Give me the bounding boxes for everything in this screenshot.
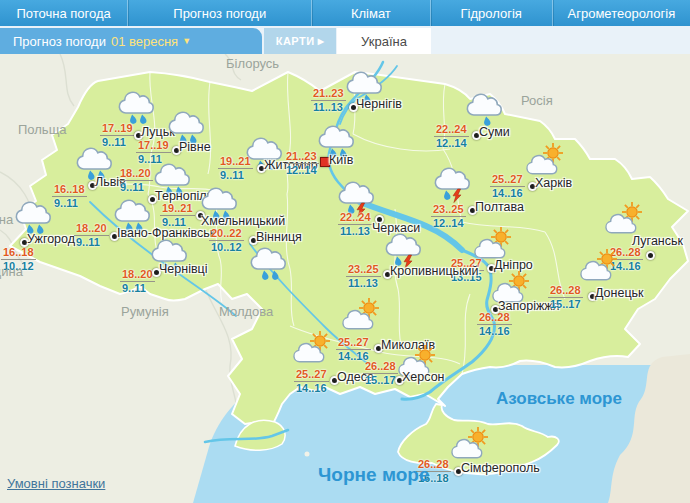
city-label-13[interactable]: Суми (479, 125, 510, 139)
temperature-range: 22..2412..14 (434, 123, 469, 149)
temp-high: 18..20 (120, 268, 155, 282)
temperature-range: 18..209..11 (120, 268, 155, 294)
top-navigation: Поточна погодаПрогноз погодиКліматГідрол… (0, 0, 690, 26)
temp-low: 12..14 (284, 164, 319, 176)
temp-low: 9..11 (74, 236, 109, 248)
arrow-right-icon: ▶ (318, 37, 325, 46)
rain-cloud-light-icon (464, 88, 508, 130)
temp-high: 25..27 (336, 336, 371, 350)
temp-high: 17..19 (136, 139, 171, 153)
temp-high: 18..20 (74, 222, 109, 236)
temperature-range: 26..2814..16 (477, 311, 512, 337)
sun-cloud-icon (450, 424, 494, 466)
temperature-range: 22..2411..13 (338, 211, 373, 237)
nav-item-3[interactable]: Клімат (311, 0, 429, 26)
temperature-range: 21..2312..14 (284, 150, 319, 176)
temperature-range: 18..209..11 (74, 222, 109, 248)
rain-cloud-icon (248, 242, 292, 284)
temp-high: 23..25 (431, 203, 466, 217)
city-label-14[interactable]: Харків (535, 176, 572, 190)
temperature-range: 23..2511..13 (346, 263, 381, 289)
weather-map[interactable]: 17..199..11Луцьк17..199..11Рівне16..189.… (0, 54, 690, 503)
temp-high: 26..28 (416, 458, 451, 472)
temp-low: 9..11 (120, 282, 155, 294)
temp-high: 20..22 (209, 227, 244, 241)
temp-low: 14..16 (294, 382, 329, 394)
thunderstorm-icon (432, 162, 476, 204)
temperature-range: 16..189..11 (52, 183, 87, 209)
city-label-2[interactable]: Рівне (179, 140, 211, 154)
temp-low: 9..11 (118, 181, 153, 193)
temp-low: 9..11 (218, 169, 253, 181)
maps-tab-label: КАРТИ (276, 35, 315, 47)
sun-cloud-icon (341, 295, 385, 337)
temp-low: 12..14 (434, 137, 469, 149)
temperature-range: 26..2815..17 (548, 284, 583, 310)
city-label-11[interactable]: Київ (329, 153, 353, 167)
nav-item-5[interactable]: Агрометеорологія (552, 0, 690, 26)
temp-low: 15..17 (363, 374, 398, 386)
ukraine-tab-label: Україна (361, 34, 407, 49)
city-label-15[interactable]: Полтава (475, 200, 524, 214)
temp-low: 11..13 (311, 101, 346, 113)
temperature-range: 25..2714..16 (490, 173, 525, 199)
temp-low: 10..12 (209, 241, 244, 253)
temperature-range: 26..2815..17 (363, 360, 398, 386)
temperature-range: 25..2714..16 (336, 336, 371, 362)
temperature-range: 18..209..11 (118, 167, 153, 193)
temp-high: 16..18 (1, 246, 36, 260)
tab-ukraine[interactable]: Україна (337, 28, 431, 54)
nav-item-2[interactable]: Прогноз погоди (127, 0, 311, 26)
temp-low: 16..18 (416, 472, 451, 484)
temp-low: 12..14 (431, 217, 466, 229)
temp-high: 25..27 (490, 173, 525, 187)
city-label-21[interactable]: Кропивницький (390, 264, 479, 278)
temp-high: 16..18 (52, 183, 87, 197)
forecast-tab-label: Прогноз погоди (13, 34, 106, 49)
island-dot (305, 452, 310, 457)
city-label-19[interactable]: Донецьк (595, 286, 644, 300)
temp-low: 11..13 (338, 225, 373, 237)
temperature-range: 26..2816..18 (416, 458, 451, 484)
temp-high: 19..21 (218, 155, 253, 169)
legend-link[interactable]: Умовні позначки (7, 476, 105, 491)
temp-low: 10..12 (1, 260, 36, 272)
nav-item-4[interactable]: Гідрологія (430, 0, 552, 26)
temperature-range: 16..1810..12 (1, 246, 36, 272)
city-label-12[interactable]: Чернігів (356, 97, 402, 111)
sun-cloud-icon (292, 328, 336, 370)
temperature-range: 21..2311..13 (311, 87, 346, 113)
chevron-down-icon: ▼ (182, 36, 191, 46)
tab-maps[interactable]: КАРТИ ▶ (264, 28, 336, 54)
temp-low: 15..17 (548, 298, 583, 310)
city-label-8[interactable]: Хмельницький (201, 214, 285, 228)
city-label-24[interactable]: Херсон (402, 370, 445, 384)
temp-high: 21..23 (311, 87, 346, 101)
temp-low: 9..11 (52, 197, 87, 209)
tab-forecast-date[interactable]: Прогноз погоди 01 вересня ▼ (0, 28, 262, 54)
temp-high: 18..20 (118, 167, 153, 181)
city-label-16[interactable]: Луганськ (632, 234, 683, 248)
temp-high: 22..24 (434, 123, 469, 137)
temp-high: 23..25 (346, 263, 381, 277)
temp-high: 26..28 (548, 284, 583, 298)
nav-item-1[interactable]: Поточна погода (0, 0, 127, 26)
city-label-7[interactable]: Чернівці (159, 262, 208, 276)
city-marker-dot (646, 251, 655, 260)
temp-low: 11..13 (346, 277, 381, 289)
temperature-range: 20..2210..12 (209, 227, 244, 253)
temp-high: 22..24 (338, 211, 373, 225)
city-label-4[interactable]: Ужгород (27, 232, 75, 246)
temp-low: 14..16 (490, 187, 525, 199)
temp-low: 14..16 (477, 325, 512, 337)
city-label-25[interactable]: Сімферополь (461, 461, 540, 475)
temp-high: 19..21 (160, 202, 195, 216)
city-label-9[interactable]: Вінниця (256, 230, 302, 244)
temperature-range: 19..219..11 (218, 155, 253, 181)
temp-high: 17..19 (100, 122, 135, 136)
temp-high: 21..23 (284, 150, 319, 164)
temp-high: 25..27 (294, 368, 329, 382)
temperature-range: 19..219..11 (160, 202, 195, 228)
temp-high: 26..28 (363, 360, 398, 374)
temperature-range: 23..2512..14 (431, 203, 466, 229)
